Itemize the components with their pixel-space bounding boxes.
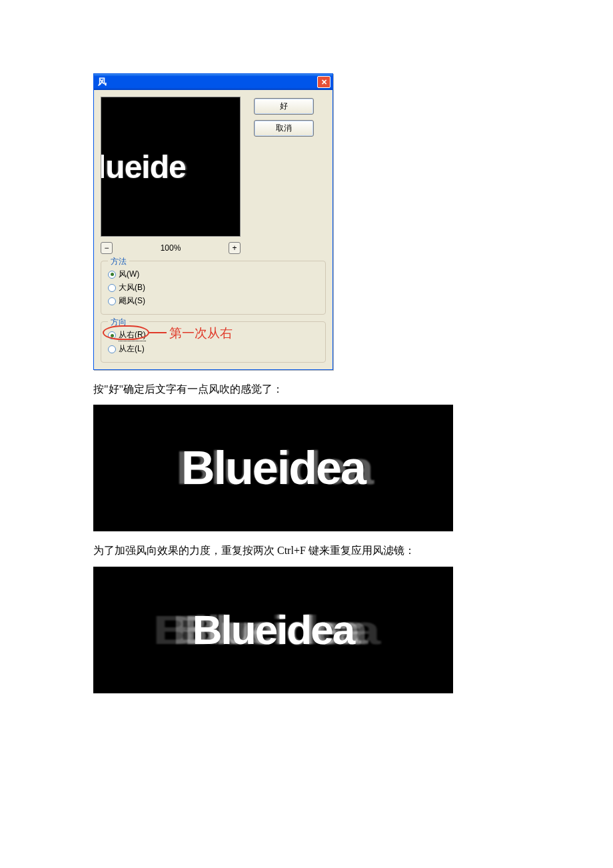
direction-legend: 方向 [108,317,129,328]
result-image-2: Blueidea Blueidea Blueidea Blueidea [93,567,453,693]
zoom-in-button[interactable]: + [229,242,241,254]
radio-label: 大风(B) [119,282,145,293]
article-line-1: 按"好"确定后文字有一点风吹的感觉了： [93,382,520,397]
dialog-title: 风 [98,76,107,88]
radio-blast[interactable]: 大风(B) [108,282,318,293]
ok-button[interactable]: 好 [254,98,314,115]
preview-text: lueide [101,149,186,185]
radio-icon [108,284,116,292]
radio-from-left[interactable]: 从左(L) [108,343,318,355]
radio-label: 风(W) [119,269,139,280]
close-icon: ✕ [321,78,327,87]
radio-icon [108,297,116,305]
radio-icon [108,331,116,339]
radio-icon [108,345,116,353]
radio-label: 从左(L) [119,343,145,355]
radio-label: 从右(R) [119,329,146,341]
dialog-titlebar[interactable]: 风 ✕ [94,74,332,90]
zoom-out-button[interactable]: − [101,242,113,254]
result-text-1: Blueidea [181,441,365,495]
method-fieldset: 方法 风(W) 大风(B) 飓风(S) [101,261,326,315]
radio-stagger[interactable]: 飓风(S) [108,295,318,307]
radio-label: 飓风(S) [119,295,145,307]
zoom-value: 100% [161,243,181,253]
result-text-2: Blueidea Blueidea Blueidea Blueidea [193,606,354,653]
method-legend: 方法 [108,256,129,267]
close-button[interactable]: ✕ [317,76,330,88]
zoom-controls: − 100% + [101,242,241,254]
radio-icon [108,271,116,279]
preview-column: lueide − 100% + [101,97,247,254]
radio-from-right[interactable]: 从右(R) [108,329,318,341]
button-column: 好 取消 [254,97,326,254]
result-image-1: Blueidea [93,405,453,531]
cancel-button[interactable]: 取消 [254,120,314,137]
radio-wind[interactable]: 风(W) [108,269,318,280]
wind-filter-dialog: 风 ✕ lueide − 100% + 好 取消 方法 [93,73,333,370]
dialog-body: lueide − 100% + 好 取消 [94,90,332,261]
article-line-2: 为了加强风向效果的力度，重复按两次 Ctrl+F 键来重复应用风滤镜： [93,543,520,558]
minus-icon: − [104,243,109,253]
direction-fieldset: 方向 从右(R) 从左(L) 第一次从右 [101,321,326,363]
plus-icon: + [232,243,237,253]
streak-3: Blueidea [185,606,359,653]
preview-canvas: lueide [101,97,241,237]
